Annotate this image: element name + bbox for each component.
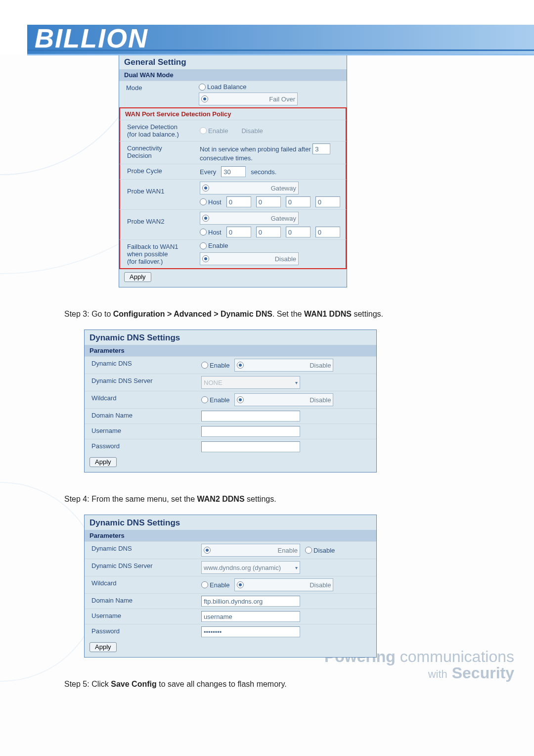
- ddns1-disable-radio[interactable]: Disable: [234, 359, 333, 372]
- probe-wan1-host-radio[interactable]: Host: [200, 198, 222, 206]
- ddns1-apply-button[interactable]: Apply: [89, 457, 117, 467]
- mode-load-balance-radio[interactable]: Load Balance: [199, 83, 247, 91]
- ddns2-apply-button[interactable]: Apply: [89, 642, 117, 652]
- failback-label: Failback to WAN1 when possible (for fail…: [120, 240, 197, 268]
- probe-wan2-host-oct1[interactable]: [226, 227, 251, 237]
- ddns1-wildcard-disable-radio[interactable]: Disable: [234, 393, 333, 406]
- ddns2-password-label: Password: [85, 624, 198, 639]
- ddns2-title: Dynamic DNS Settings: [85, 515, 376, 530]
- probe-wan1-label: Probe WAN1: [120, 180, 197, 209]
- failback-enable-radio[interactable]: Enable: [200, 242, 228, 249]
- probe-wan2-host-oct4[interactable]: [315, 227, 340, 237]
- ddns2-enable-radio[interactable]: Enable: [201, 544, 300, 557]
- probe-cycle-input[interactable]: [221, 166, 246, 177]
- ddns2-disable-radio[interactable]: Disable: [305, 547, 335, 554]
- ddns1-username-label: Username: [85, 424, 198, 439]
- ddns1-password-label: Password: [85, 439, 198, 454]
- step3-text: Step 3: Go to Configuration > Advanced >…: [64, 307, 470, 321]
- ddns2-wildcard-enable-radio[interactable]: Enable: [201, 581, 229, 589]
- ddns1-server-select[interactable]: NONE ▾: [201, 376, 300, 389]
- ddns1-dynamic-dns-label: Dynamic DNS: [85, 357, 198, 374]
- probe-wan1-host-oct2[interactable]: [256, 196, 281, 207]
- ddns1-domain-label: Domain Name: [85, 409, 198, 424]
- general-apply-button[interactable]: Apply: [124, 272, 151, 282]
- ddns1-params-header: Parameters: [85, 345, 376, 356]
- failback-disable-radio[interactable]: Disable: [200, 252, 299, 265]
- ddns1-domain-input[interactable]: [201, 411, 300, 422]
- probe-wan2-host-oct2[interactable]: [256, 227, 281, 237]
- probe-wan1-host-oct4[interactable]: [315, 196, 340, 207]
- probe-wan2-host-oct3[interactable]: [286, 227, 311, 237]
- ddns1-wildcard-enable-radio[interactable]: Enable: [201, 396, 229, 404]
- ddns2-username-input[interactable]: [201, 611, 300, 622]
- service-detection-disable-radio[interactable]: Disable: [233, 127, 263, 135]
- ddns2-domain-input[interactable]: [201, 596, 300, 607]
- probe-wan1-host-oct3[interactable]: [286, 196, 311, 207]
- wan-port-policy-header: WAN Port Service Detection Policy: [119, 107, 347, 120]
- dual-wan-mode-header: Dual WAN Mode: [119, 69, 347, 81]
- chevron-down-icon: ▾: [295, 380, 298, 385]
- connectivity-fail-count-input[interactable]: [312, 143, 330, 154]
- chevron-down-icon: ▾: [295, 565, 298, 570]
- probe-cycle-label: Probe Cycle: [120, 164, 197, 179]
- ddns2-params-header: Parameters: [85, 530, 376, 541]
- mode-label: Mode: [119, 81, 196, 107]
- probe-wan2-label: Probe WAN2: [120, 210, 197, 239]
- brand-logo: BILLION: [35, 23, 148, 53]
- step5-text: Step 5: Click Save Config to save all ch…: [64, 677, 470, 691]
- ddns1-title: Dynamic DNS Settings: [85, 330, 376, 345]
- step4-text: Step 4: From the same menu, set the WAN2…: [64, 492, 470, 506]
- ddns1-enable-radio[interactable]: Enable: [201, 362, 229, 369]
- ddns1-server-label: Dynamic DNS Server: [85, 374, 198, 391]
- ddns2-username-label: Username: [85, 609, 198, 624]
- ddns2-wildcard-label: Wildcard: [85, 576, 198, 593]
- connectivity-decision-label: Connectivity Decision: [120, 142, 197, 164]
- probe-wan2-host-radio[interactable]: Host: [200, 229, 222, 236]
- ddns2-wildcard-disable-radio[interactable]: Disable: [234, 578, 333, 591]
- probe-wan1-host-oct1[interactable]: [226, 196, 251, 207]
- ddns1-wildcard-label: Wildcard: [85, 391, 198, 408]
- ddns1-username-input[interactable]: [201, 426, 300, 437]
- probe-wan2-gateway-radio[interactable]: Gateway: [200, 212, 299, 225]
- ddns2-password-input[interactable]: [201, 626, 300, 637]
- general-setting-panel: General Setting Dual WAN Mode Mode Load …: [119, 54, 347, 287]
- ddns2-server-label: Dynamic DNS Server: [85, 559, 198, 576]
- probe-wan1-gateway-radio[interactable]: Gateway: [200, 182, 299, 194]
- general-setting-title: General Setting: [119, 54, 347, 69]
- service-detection-enable-radio[interactable]: Enable: [200, 127, 228, 135]
- service-detection-label: Service Detection (for load balance.): [120, 120, 197, 141]
- ddns2-server-select[interactable]: www.dyndns.org (dynamic) ▾: [201, 561, 300, 574]
- ddns2-domain-label: Domain Name: [85, 594, 198, 609]
- ddns1-panel: Dynamic DNS Settings Parameters Dynamic …: [84, 330, 377, 472]
- ddns2-panel: Dynamic DNS Settings Parameters Dynamic …: [84, 515, 377, 658]
- ddns1-password-input[interactable]: [201, 441, 300, 452]
- mode-fail-over-radio[interactable]: Fail Over: [199, 93, 298, 105]
- brand-banner: BILLION: [0, 25, 534, 54]
- ddns2-dynamic-dns-label: Dynamic DNS: [85, 542, 198, 559]
